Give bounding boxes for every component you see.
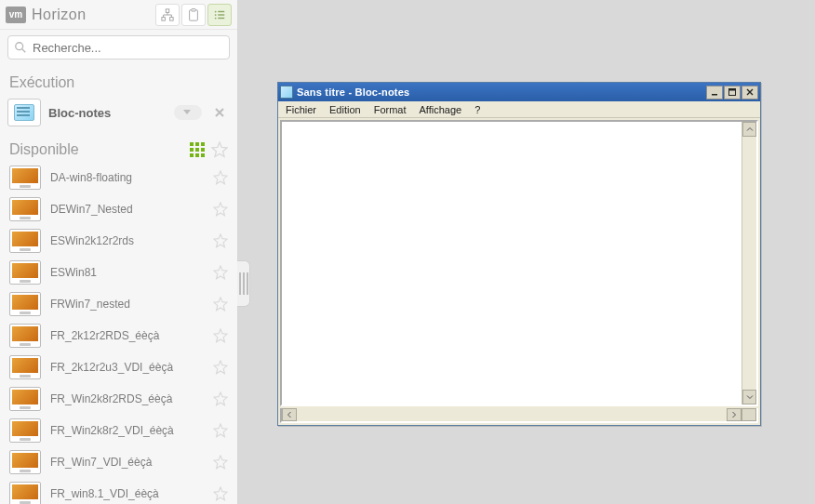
running-app-row[interactable]: Bloc-notes: [0, 95, 237, 130]
chevron-up-icon: [746, 126, 754, 133]
scroll-left-button[interactable]: [282, 408, 297, 421]
svg-marker-25: [214, 234, 227, 247]
desktop-item[interactable]: ESWin81: [0, 257, 237, 288]
menu-help[interactable]: ?: [474, 104, 480, 115]
desktop-item[interactable]: ESWin2k12r2rds: [0, 225, 237, 257]
desktop-item[interactable]: FR_Win2k8r2_VDI_éèçà: [0, 415, 237, 446]
favorite-star-button[interactable]: [213, 328, 228, 343]
svg-point-6: [215, 14, 217, 16]
svg-rect-2: [170, 17, 174, 20]
desktop-label: FRWin7_nested: [50, 298, 204, 311]
minimize-button[interactable]: [706, 86, 723, 99]
desktop-label: DEWin7_Nested: [50, 203, 204, 216]
running-app-thumb: [7, 99, 41, 126]
favorite-star-button[interactable]: [213, 455, 228, 470]
sidebar: vm Horizon Exécution Bloc-notes: [0, 0, 238, 504]
desktop-thumb: [9, 197, 41, 221]
search-box[interactable]: [7, 35, 230, 60]
favorite-star-button[interactable]: [213, 391, 228, 406]
notepad-icon: [280, 86, 293, 99]
desktop-item[interactable]: FR_2k12r2u3_VDI_éèçà: [0, 351, 237, 383]
menu-view[interactable]: Affichage: [420, 104, 462, 115]
svg-rect-35: [712, 94, 717, 96]
list-icon: [213, 8, 226, 21]
list-view-button[interactable]: [207, 4, 232, 26]
horizontal-scrollbar[interactable]: [280, 408, 758, 423]
close-button[interactable]: [742, 86, 758, 99]
close-icon: [213, 106, 226, 119]
svg-rect-21: [201, 153, 205, 157]
desktop-thumb: [9, 166, 41, 190]
svg-marker-32: [214, 456, 227, 469]
scroll-right-button[interactable]: [727, 408, 742, 421]
running-app-close-button[interactable]: [209, 102, 230, 123]
favorite-star-button[interactable]: [213, 297, 228, 312]
header-toolbar: [154, 4, 232, 26]
topology-button[interactable]: [155, 4, 180, 26]
desktop-label: FR_Win2k8r2RDS_éèçà: [50, 392, 204, 405]
desktop-item[interactable]: FRWin7_nested: [0, 288, 237, 320]
search-input[interactable]: [33, 41, 223, 55]
desktop-item[interactable]: FR_Win7_VDI_éèçà: [0, 446, 237, 478]
chevron-right-icon: [730, 411, 738, 418]
notepad-window[interactable]: Sans titre - Bloc-notes Fichier Edition …: [277, 82, 761, 426]
desktop-thumb: [9, 387, 41, 411]
favorite-star-button[interactable]: [213, 233, 228, 248]
desktop-item[interactable]: DEWin7_Nested: [0, 193, 237, 225]
favorite-star-button[interactable]: [213, 486, 228, 501]
desktop-label: FR_win8.1_VDI_éèçà: [50, 487, 204, 500]
svg-line-12: [22, 49, 26, 53]
chevron-left-icon: [286, 411, 293, 418]
favorite-star-button[interactable]: [213, 265, 228, 280]
favorites-filter-button[interactable]: [211, 141, 228, 158]
section-execution-label: Exécution: [0, 65, 237, 95]
running-app-dropdown[interactable]: [174, 105, 202, 120]
svg-rect-18: [201, 148, 205, 152]
svg-marker-29: [214, 361, 227, 374]
desktop-item[interactable]: DA-win8-floating: [0, 162, 237, 193]
notepad-titlebar[interactable]: Sans titre - Bloc-notes: [278, 83, 760, 101]
menu-edit[interactable]: Edition: [329, 104, 361, 115]
menu-format[interactable]: Format: [374, 104, 407, 115]
maximize-button[interactable]: [724, 86, 741, 99]
running-app-label: Bloc-notes: [48, 106, 167, 120]
svg-marker-22: [212, 142, 227, 157]
svg-rect-37: [729, 89, 736, 91]
desktop-label: ESWin81: [50, 266, 204, 279]
menu-file[interactable]: Fichier: [286, 104, 316, 115]
desktop-label: FR_2k12r2RDS_éèçà: [50, 329, 204, 342]
scroll-up-button[interactable]: [742, 122, 756, 137]
svg-rect-8: [218, 10, 224, 11]
resize-corner[interactable]: [742, 408, 756, 421]
desktop-item[interactable]: FR_Win2k8r2RDS_éèçà: [0, 383, 237, 415]
svg-marker-31: [214, 424, 227, 437]
favorite-star-button[interactable]: [213, 360, 228, 375]
svg-rect-0: [166, 8, 169, 12]
desktop-thumb: [9, 260, 41, 285]
favorite-star-button[interactable]: [213, 170, 228, 185]
desktop-item[interactable]: FR_win8.1_VDI_éèçà: [0, 478, 237, 504]
app-title: Horizon: [32, 7, 148, 23]
notepad-textarea[interactable]: [282, 122, 742, 405]
svg-rect-9: [218, 14, 224, 15]
favorite-star-button[interactable]: [213, 202, 228, 217]
clipboard-button[interactable]: [181, 4, 206, 26]
svg-rect-20: [195, 153, 199, 157]
svg-marker-30: [214, 392, 227, 405]
vertical-scrollbar[interactable]: [742, 122, 756, 405]
svg-rect-15: [201, 142, 205, 146]
svg-marker-27: [214, 298, 227, 311]
scroll-down-button[interactable]: [742, 390, 756, 405]
grid-view-button[interactable]: [189, 141, 206, 158]
svg-rect-14: [195, 142, 199, 146]
scroll-track[interactable]: [742, 137, 756, 390]
desktop-thumb: [9, 292, 41, 316]
scroll-track[interactable]: [297, 408, 727, 421]
svg-rect-17: [195, 148, 199, 152]
svg-rect-10: [218, 17, 224, 18]
desktop-item[interactable]: FR_2k12r2RDS_éèçà: [0, 320, 237, 351]
minimize-icon: [711, 88, 718, 96]
favorite-star-button[interactable]: [213, 423, 228, 438]
maximize-icon: [728, 88, 736, 96]
sidebar-header: vm Horizon: [0, 0, 237, 30]
